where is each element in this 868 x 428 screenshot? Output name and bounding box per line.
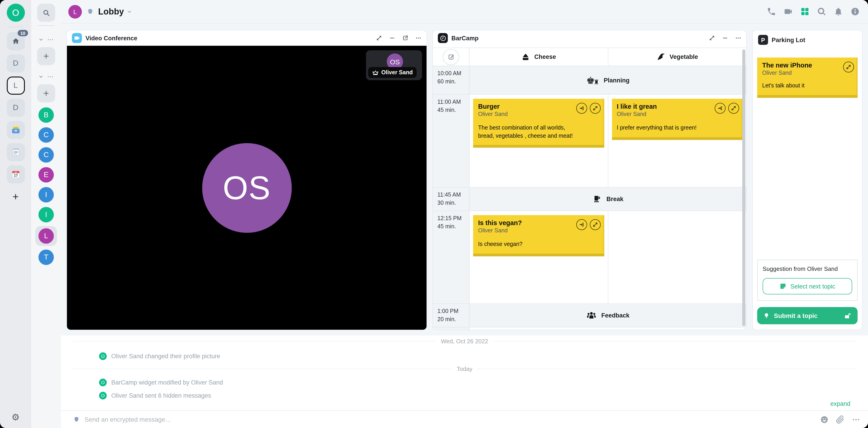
maximize-icon[interactable] xyxy=(376,35,382,41)
edit-schedule-button[interactable] xyxy=(443,49,459,65)
submit-topic-button[interactable]: Submit a topic xyxy=(757,307,858,324)
video-conference-stage[interactable]: OS OS Oliver Sand xyxy=(67,46,427,330)
edit-cell xyxy=(433,48,469,66)
slot-vegetable-1100[interactable]: I like it grean Oliver Sand I prefer eve… xyxy=(608,95,746,187)
space-rail: O 10 D L D xyxy=(0,0,31,428)
barcamp-title: BarCamp xyxy=(452,35,478,41)
move-note-button[interactable] xyxy=(576,219,587,230)
room-avatar-i1[interactable]: I xyxy=(38,187,54,202)
schedule-row-break: 11:45 AM 30 min. xyxy=(433,188,746,211)
expand-note-button[interactable] xyxy=(728,103,739,114)
unlocked-padlock-icon xyxy=(844,312,852,319)
slot-cheese-1100[interactable]: Burger Oliver Sand The best combination … xyxy=(469,95,608,187)
popout-icon[interactable] xyxy=(402,35,408,41)
video-conference-header: Video Conference xyxy=(67,30,427,46)
section-collapse-rooms[interactable]: ⋯ xyxy=(38,73,54,80)
encryption-shield-icon xyxy=(87,8,94,16)
slot-cheese-1215[interactable]: Is this vegan? Oliver Sand Is cheese veg… xyxy=(469,211,608,304)
expand-note-button[interactable] xyxy=(590,219,600,230)
timeline-event: O Oliver Sand changed their profile pict… xyxy=(61,351,868,361)
parking-lot-panel: P Parking Lot The new iPhone Oliver Sand… xyxy=(752,30,863,330)
section-options-icon[interactable]: ⋯ xyxy=(47,73,54,80)
topic-note-burger[interactable]: Burger Oliver Sand The best combination … xyxy=(473,99,604,148)
voice-call-icon[interactable] xyxy=(767,7,776,16)
slot-vegetable-1215[interactable] xyxy=(608,211,746,304)
room-avatar-t[interactable]: T xyxy=(38,250,54,265)
widget-drawer: Video Conference xyxy=(61,24,868,336)
section-end: End of the BarCamp xyxy=(469,327,746,330)
room-search-icon[interactable] xyxy=(817,7,827,16)
topic-note-vegan[interactable]: Is this vegan? Oliver Sand Is cheese veg… xyxy=(473,215,604,256)
time-cell: 1:20 PM xyxy=(433,327,469,330)
room-name[interactable]: Lobby xyxy=(98,6,124,17)
chevron-down-icon xyxy=(38,37,43,42)
room-avatar-b[interactable]: B xyxy=(38,107,54,123)
search-button[interactable] xyxy=(37,4,55,22)
room-avatar-c2[interactable]: C xyxy=(38,147,54,163)
space-item-d1[interactable]: D xyxy=(6,54,25,73)
maximize-icon[interactable] xyxy=(709,35,715,41)
parking-lot-header: P Parking Lot xyxy=(757,32,858,48)
moderator-crown-icon xyxy=(372,69,379,76)
create-space-button[interactable]: + xyxy=(6,188,25,206)
move-note-button[interactable] xyxy=(715,103,725,114)
parking-note-iphone[interactable]: The new iPhone Oliver Sand Let's talk ab… xyxy=(757,58,858,97)
section-feedback: Feedback xyxy=(469,304,746,327)
message-input[interactable]: Send an encrypted message… xyxy=(85,416,815,423)
settings-gear-icon[interactable]: ⚙ xyxy=(11,412,20,423)
room-avatar-c1[interactable]: C xyxy=(38,127,54,143)
add-room-button-1[interactable] xyxy=(37,47,55,65)
topic-note-grean[interactable]: I like it grean Oliver Sand I prefer eve… xyxy=(612,99,743,140)
room-header-avatar[interactable]: L xyxy=(68,5,82,18)
attachment-paperclip-icon[interactable] xyxy=(836,415,844,424)
expand-note-button[interactable] xyxy=(843,62,854,73)
space-item-d2[interactable]: D xyxy=(6,99,25,117)
participant-name: Oliver Sand xyxy=(381,69,413,76)
header-actions xyxy=(767,7,860,16)
rail-divider xyxy=(38,25,54,26)
widgets-apps-icon[interactable] xyxy=(800,7,810,16)
select-next-topic-button[interactable]: Select next topic xyxy=(763,278,852,294)
participant-name-pill: Oliver Sand xyxy=(368,67,417,78)
minimize-icon[interactable] xyxy=(389,35,395,41)
video-call-icon[interactable] xyxy=(783,7,793,16)
time-cell: 1:00 PM 20 min. xyxy=(433,304,469,327)
space-item-card-file-box[interactable] xyxy=(6,121,25,139)
more-options-icon[interactable] xyxy=(852,415,860,424)
emoji-icon[interactable] xyxy=(820,415,829,424)
room-avatar-l-selected[interactable]: L xyxy=(35,226,57,246)
notifications-bell-icon[interactable] xyxy=(834,7,843,16)
room-avatar-i2[interactable]: I xyxy=(38,207,54,222)
section-options-icon[interactable]: ⋯ xyxy=(47,36,54,43)
schedule-row-end: 1:20 PM End of the BarCamp xyxy=(433,327,746,330)
scrollbar-thumb[interactable] xyxy=(742,49,745,326)
options-icon[interactable] xyxy=(735,35,741,41)
encryption-shield-icon xyxy=(73,416,80,423)
room-menu-chevron-icon[interactable] xyxy=(127,9,132,14)
section-collapse-favourites[interactable]: ⋯ xyxy=(38,36,54,43)
home-space-button[interactable]: 10 xyxy=(6,32,25,50)
room-avatar-e[interactable]: E xyxy=(38,167,54,182)
expand-note-button[interactable] xyxy=(590,103,600,114)
room-info-icon[interactable] xyxy=(850,7,860,16)
move-note-button[interactable] xyxy=(576,103,587,114)
section-planning: ♚♜ Planning xyxy=(469,66,746,94)
minimize-icon[interactable] xyxy=(722,35,728,41)
expand-events-link[interactable]: expand xyxy=(830,400,850,407)
user-space-avatar[interactable]: O xyxy=(6,4,25,22)
room-rail: ⋯ ⋯ B C C E I I L T xyxy=(31,0,61,428)
time-cell: 10:00 AM 60 min. xyxy=(433,66,469,94)
space-item-calendar[interactable]: JUL 17 xyxy=(6,165,25,183)
add-room-button-2[interactable] xyxy=(37,84,55,102)
barcamp-widget: BarCamp xyxy=(432,30,747,330)
notification-badge: 10 xyxy=(18,30,28,36)
options-icon[interactable] xyxy=(415,35,422,41)
avatar: O xyxy=(99,392,107,399)
section-break: Break xyxy=(469,188,746,210)
space-item-l-selected[interactable]: L xyxy=(6,77,25,95)
participant-tile[interactable]: OS Oliver Sand xyxy=(366,50,422,80)
date-separator: Today xyxy=(61,366,868,372)
sticky-note-icon xyxy=(780,283,787,290)
calendar-icon: JUL 17 xyxy=(11,169,21,179)
space-item-notepad[interactable] xyxy=(6,143,25,161)
